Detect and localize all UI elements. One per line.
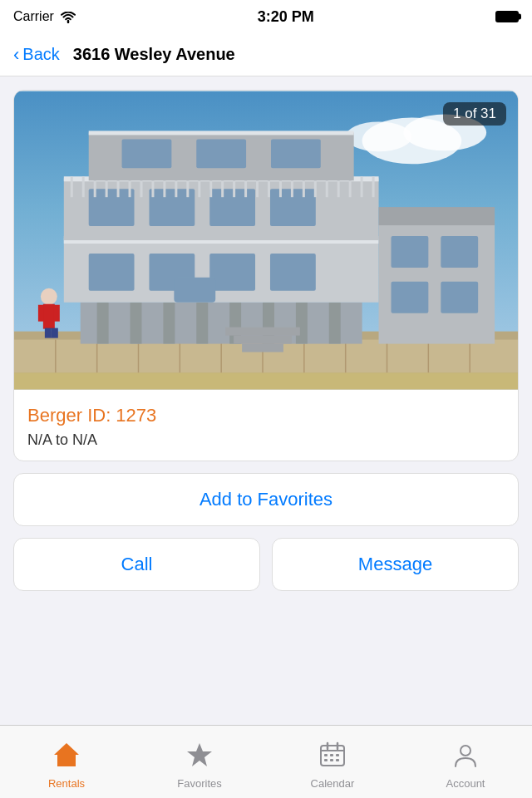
message-button[interactable]: Message (272, 538, 519, 591)
svg-rect-87 (54, 305, 60, 322)
tab-calendar[interactable]: Calendar (266, 735, 399, 790)
photo-counter: 1 of 31 (443, 102, 506, 126)
svg-rect-43 (71, 176, 73, 197)
action-buttons: Call Message (13, 538, 519, 591)
svg-rect-77 (441, 236, 478, 268)
account-svg-icon (452, 741, 479, 768)
svg-point-103 (461, 746, 470, 756)
favorites-icon (186, 741, 213, 768)
svg-rect-32 (209, 254, 255, 291)
property-info: Berger ID: 1273 N/A to N/A (14, 393, 518, 461)
battery-icon (495, 11, 519, 22)
status-bar: Carrier 3:20 PM (0, 0, 532, 33)
tab-rentals[interactable]: Rentals (0, 735, 133, 790)
svg-rect-97 (324, 754, 328, 756)
call-button[interactable]: Call (13, 538, 260, 591)
svg-rect-27 (296, 303, 308, 344)
svg-rect-82 (234, 336, 292, 344)
svg-rect-73 (271, 139, 321, 168)
tab-calendar-label: Calendar (311, 777, 355, 790)
svg-rect-76 (392, 236, 429, 268)
svg-rect-72 (196, 139, 246, 168)
carrier-text: Carrier (13, 9, 76, 24)
calendar-icon (319, 741, 346, 774)
svg-rect-81 (225, 328, 300, 336)
back-label: Back (22, 45, 59, 64)
svg-rect-34 (174, 278, 215, 303)
svg-rect-85 (43, 304, 55, 329)
add-to-favorites-button[interactable]: Add to Favorites (13, 473, 519, 526)
svg-rect-83 (242, 344, 283, 352)
svg-rect-102 (336, 759, 339, 761)
svg-rect-68 (361, 176, 363, 197)
property-image (14, 91, 518, 390)
svg-rect-28 (329, 303, 341, 344)
svg-rect-79 (441, 282, 478, 313)
svg-marker-92 (187, 743, 212, 766)
property-card: 1 of 31 Berger ID: 1273 N/A to N/A (13, 90, 519, 461)
svg-rect-23 (163, 303, 175, 344)
svg-rect-74 (89, 131, 354, 135)
svg-rect-22 (131, 303, 142, 344)
svg-rect-30 (89, 254, 135, 291)
page-title: 3616 Wesley Avenue (73, 45, 235, 64)
svg-rect-91 (63, 759, 70, 766)
property-image-container[interactable]: 1 of 31 (14, 91, 518, 393)
svg-rect-33 (270, 254, 316, 291)
status-time: 3:20 PM (258, 8, 314, 26)
berger-id: Berger ID: 1273 (27, 405, 505, 426)
svg-rect-24 (196, 303, 208, 344)
star-icon (186, 741, 213, 774)
wifi-icon (61, 12, 76, 23)
svg-point-3 (346, 121, 412, 151)
calendar-svg-icon (319, 741, 346, 768)
date-range: N/A to N/A (27, 431, 505, 449)
svg-rect-100 (324, 759, 328, 761)
back-chevron-icon: ‹ (13, 44, 19, 66)
svg-rect-89 (52, 328, 58, 338)
tab-account-label: Account (446, 777, 485, 790)
rentals-icon (52, 741, 81, 768)
svg-rect-86 (38, 305, 44, 322)
svg-rect-21 (97, 303, 109, 344)
svg-rect-101 (330, 759, 333, 761)
svg-point-84 (41, 288, 57, 305)
svg-rect-80 (379, 207, 495, 225)
svg-rect-98 (330, 754, 333, 756)
back-button[interactable]: ‹ Back (13, 44, 60, 66)
svg-rect-40 (209, 189, 255, 226)
svg-rect-88 (45, 328, 52, 338)
svg-rect-78 (392, 282, 429, 313)
svg-rect-71 (122, 139, 172, 168)
navigation-bar: ‹ Back 3616 Wesley Avenue (0, 33, 532, 76)
account-icon (452, 741, 479, 774)
home-icon (52, 741, 81, 774)
tab-bar: Rentals Favorites Calenda (0, 725, 532, 798)
battery-indicator (495, 11, 519, 22)
svg-rect-19 (14, 372, 518, 389)
tab-favorites[interactable]: Favorites (133, 735, 266, 790)
svg-rect-20 (81, 303, 362, 344)
main-content: 1 of 31 Berger ID: 1273 N/A to N/A Add t… (0, 76, 532, 604)
svg-rect-44 (82, 176, 85, 197)
svg-rect-99 (336, 754, 339, 756)
svg-rect-69 (372, 176, 375, 197)
tab-favorites-label: Favorites (177, 777, 221, 790)
tab-account[interactable]: Account (399, 735, 532, 790)
tab-rentals-label: Rentals (48, 777, 85, 790)
